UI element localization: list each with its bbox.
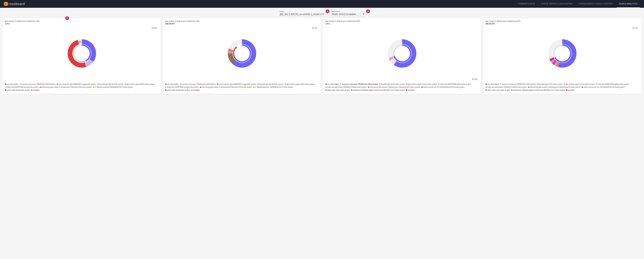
card-4-chart-area: 30.7%	[486, 26, 639, 81]
nav-consolidated[interactable]: CONSOLIDATED USAGE & HISTORY	[576, 0, 616, 8]
legend-item: event-exporter-gke-564fb97f9-smsgp.kube-…	[56, 83, 96, 86]
legend-item: l7-default-backend-7fd66b8b88-rzb7x.kube…	[253, 86, 293, 88]
cluster-select[interactable]: gke_dev-1-304720_us-central1-c_cluster-2	[279, 13, 324, 15]
legend-item: metrics-server-v0.3.6-7b5cdbcbb8-6m7b2.k…	[582, 86, 625, 88]
legend-item: l7-default-backend-7fd66b8b88-rzb7x.kube…	[93, 86, 133, 88]
legend-item: resource-consumer-7fbd5b4c6c-xk89r.defau…	[180, 83, 216, 86]
legend-item: kube-dns-6465f78586-qvcqg.kube-system	[165, 86, 199, 88]
card-3-resource-type: CPU	[326, 22, 479, 25]
card-3-percentage: 80.3%	[472, 78, 478, 80]
card-2: gke-cluster-2-default-pool-10ad1e2a-nn9x…	[163, 18, 321, 94]
card-1-legend: non-allocatable resource-consumer-7fbd5b…	[5, 83, 158, 92]
legend-item: kube-dns-6465f78586-g8sqt.kube-system	[438, 83, 471, 86]
cards-container: gke-cluster-2-default-pool-10ad1e2a-nn9x…	[0, 18, 644, 97]
card-2-legend: non-allocatable resource-consumer-7fbd5b…	[165, 83, 318, 92]
card-1: gke-cluster-2-default-pool-10ad1e2a-nn9x…	[3, 18, 161, 94]
logo-text: rossboard	[8, 2, 25, 6]
card-2-resource-type: MEMORY	[165, 22, 318, 25]
nav-nodes-analytics[interactable]: NODES ANALYTICS	[617, 0, 640, 8]
cluster-label: cluster	[279, 10, 285, 12]
legend-item: kube-proxy-gke-cluster-2-default-pool-10…	[200, 86, 252, 88]
card-3-chart-area: 80.3%	[326, 26, 479, 81]
svg-point-31	[553, 44, 572, 63]
card-3: gke-cluster-2-default-pool-10ad1e2a-qd7h…	[323, 18, 481, 94]
legend-item: kube-proxy-gke-cluster-2-default-pool-10…	[528, 86, 580, 88]
legend-item: resource-consumer-7fbd5b4c6c-bl9zv.defau…	[340, 83, 378, 86]
legend-item: fluentbit-gke-kkxdd.kube-system	[257, 83, 283, 86]
legend-item: available	[406, 89, 414, 92]
nav-current-usage[interactable]: CURRENT USAGE	[516, 0, 538, 8]
legend-item: kube-dns-6465f78586-g8sqt.kube-system	[596, 83, 629, 86]
legend-item: pdcsi-node-6ncfq.kube-system	[5, 89, 30, 92]
card-4-legend: non-allocatable resource-consumer-7fbd5b…	[486, 83, 639, 92]
legend-item: gke-metrics-agent-nczww.kube-system	[564, 83, 594, 86]
legend-item: kube-proxy-gke-cluster-2-default-pool-10…	[368, 86, 420, 88]
dashboard-control: dashboard Nodes recent occupation 2	[331, 10, 365, 16]
card-2-node-name: gke-cluster-2-default-pool-10ad1e2a-nn9x	[165, 20, 318, 22]
legend-item: kube-dns-autoscaler-7f89fb6b79-45p6x.kub…	[486, 86, 527, 88]
legend-item: gke-metrics-agent-b4khr.kube-system	[285, 83, 315, 86]
card-2-chart-area: 30.7%	[165, 26, 318, 81]
legend-item: resource-consumer-7fbd5b4c6c-xk89r.defau…	[20, 83, 55, 86]
legend-item: available	[191, 89, 200, 92]
badge-3: 3	[65, 16, 69, 20]
legend-item: fluentbit-gke-4nr5c.kube-system	[537, 83, 562, 86]
svg-point-21	[393, 44, 412, 63]
legend-item: non-allocatable	[486, 83, 499, 86]
legend-item: metrics-server-v0.3.6-7b5cdbcbb8-6m7b2.k…	[422, 86, 464, 88]
legend-item: non-allocatable	[5, 83, 18, 86]
legend-item: stackdriver-metadata-agent-cluster-level…	[511, 89, 565, 92]
legend-item: available	[31, 89, 40, 92]
main-nav: CURRENT USAGE USAGE TRENDS & ACCOUNTING …	[516, 0, 640, 8]
legend-item: pdcsi-node-6ncfq.kube-system	[165, 89, 190, 92]
card-2-donut-chart	[227, 38, 257, 69]
card-1-node-name: gke-cluster-2-default-pool-10ad1e2a-nn9x	[5, 20, 158, 22]
card-4-node-name: gke-cluster-2-default-pool-10ad1e2a-qd7h	[486, 20, 639, 22]
legend-item: gke-metrics-agent-nczww.kube-system	[406, 83, 437, 86]
legend-item: pdcsi-node-7pjr7.kube-system	[486, 89, 510, 92]
cluster-control: cluster gke_dev-1-304720_us-central1-c_c…	[279, 10, 324, 16]
dashboard-label: dashboard	[331, 10, 340, 12]
legend-item: available	[566, 89, 574, 92]
legend-item: non-allocatable	[165, 83, 178, 86]
legend-item: pdcsi-node-7pjr7.kube-system	[326, 89, 350, 92]
card-1-percentage: 53.0%	[152, 27, 157, 29]
dashboard-select-wrapper[interactable]: Nodes recent occupation	[331, 13, 365, 16]
svg-point-5	[72, 44, 91, 63]
legend-item: kube-proxy-gke-cluster-2-default-pool-10…	[40, 86, 92, 88]
legend-item: non-allocatable	[326, 83, 339, 86]
legend-item: kube-dns-6465f78586-qvcqg.kube-system	[5, 86, 38, 88]
card-1-resource-type: CPU	[5, 22, 158, 25]
legend-item: fluentbit-gke-4nr5c.kube-system	[379, 83, 405, 86]
legend-item: stackdriver-metadata-agent-cluster-level…	[351, 89, 405, 92]
card-4: gke-cluster-2-default-pool-10ad1e2a-qd7h…	[483, 18, 641, 94]
card-4-donut-chart	[547, 38, 578, 69]
dashboard-select[interactable]: Nodes recent occupation	[331, 13, 365, 15]
controls-bar: cluster gke_dev-1-304720_us-central1-c_c…	[0, 8, 644, 18]
logo: k rossboard	[4, 2, 25, 6]
card-3-legend: non-allocatable resource-consumer-7fbd5b…	[326, 83, 479, 92]
card-3-node-name: gke-cluster-2-default-pool-10ad1e2a-qd7h	[326, 20, 479, 22]
card-3-donut-chart	[387, 38, 417, 69]
legend-item: event-exporter-gke-564fb97f9-smsgp.kube-…	[217, 83, 256, 86]
cluster-select-wrapper[interactable]: gke_dev-1-304720_us-central1-c_cluster-2	[279, 13, 324, 16]
card-4-percentage: 30.7%	[632, 27, 638, 29]
card-2-percentage: 30.7%	[312, 27, 317, 29]
legend-item: gke-metrics-agent-b4khr.kube-system	[124, 83, 154, 86]
logo-icon: k	[4, 2, 8, 6]
card-1-chart-area: 53.0%	[5, 26, 158, 81]
legend-item: fluentbit-gke-kkxdd.kube-system	[97, 83, 123, 86]
nav-usage-trends[interactable]: USAGE TRENDS & ACCOUNTING	[539, 0, 575, 8]
svg-point-14	[232, 44, 252, 63]
badge-1: 1	[326, 9, 330, 13]
legend-item: kube-dns-autoscaler-7f89fb6b79-45p6x.kub…	[326, 86, 367, 88]
card-1-donut-chart	[67, 38, 97, 69]
badge-2: 2	[366, 9, 370, 13]
header: k rossboard CURRENT USAGE USAGE TRENDS &…	[0, 0, 644, 8]
legend-item: resource-consumer-7fbd5b4c6c-bl9zv.defau…	[500, 83, 536, 86]
card-4-resource-type: MEMORY	[486, 22, 639, 25]
